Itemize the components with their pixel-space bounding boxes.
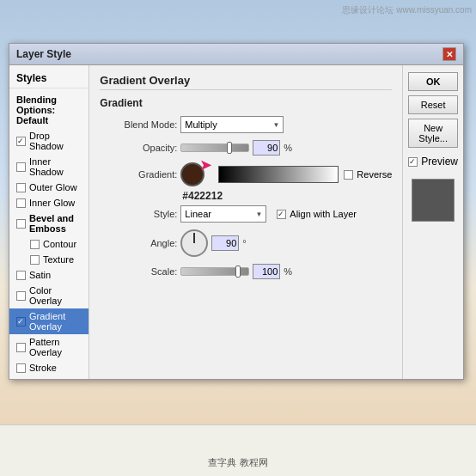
outer-glow-checkbox[interactable] [16,183,26,192]
contour-label: Contour [43,239,76,249]
sidebar-item-blending-options[interactable]: Blending Options: Default [9,92,88,128]
gradient-label: Gradient: [100,169,177,180]
ok-button[interactable]: OK [408,72,458,91]
texture-label: Texture [43,254,74,265]
opacity-input[interactable]: 90 [253,140,280,156]
scale-slider-track[interactable] [180,267,249,276]
gradient-overlay-label: Gradient Overlay [29,311,82,332]
reset-button[interactable]: Reset [408,95,458,114]
reverse-label: Reverse [357,169,392,180]
blend-mode-row: Blend Mode: Multiply ▼ [100,116,392,133]
align-layer-label: Align with Layer [290,209,357,219]
preview-row: Preview [408,156,458,168]
outer-glow-label: Outer Glow [29,182,77,192]
blend-mode-arrow-icon: ▼ [272,121,279,129]
angle-line [193,233,195,243]
sidebar-item-color-overlay[interactable]: Color Overlay [9,283,88,308]
scale-slider-thumb[interactable] [235,265,241,278]
style-arrow-icon: ▼ [255,211,262,218]
color-hex-row: #422212 [182,190,392,202]
preview-box [412,179,455,222]
scale-input[interactable]: 100 [253,264,280,279]
style-label: Style: [100,209,177,219]
sidebar-item-stroke[interactable]: Stroke [9,360,88,375]
inner-shadow-label: Inner Shadow [29,156,82,177]
title-bar: Layer Style ✕ [9,44,463,65]
main-content: Gradient Overlay Gradient Blend Mode: Mu… [89,65,402,379]
opacity-slider-track[interactable] [180,143,249,152]
inner-glow-label: Inner Glow [29,198,75,208]
sidebar-item-inner-shadow[interactable]: Inner Shadow [9,154,88,180]
buttons-panel: OK Reset New Style... Preview [402,65,463,379]
color-annotation: ➤ [180,162,204,186]
gradient-overlay-checkbox[interactable] [16,317,26,326]
angle-input[interactable]: 90 [211,235,239,251]
styles-header: Styles [9,69,88,88]
inner-shadow-checkbox[interactable] [16,162,26,172]
bottom-bar: 查字典 教程网 [0,424,476,476]
scale-row: Scale: 100 % [100,264,392,279]
preview-checkbox[interactable] [408,157,418,167]
sidebar-item-texture[interactable]: Texture [9,252,88,267]
watermark: 思缘设计论坛 www.missyuan.com [342,4,472,16]
satin-label: Satin [29,270,51,280]
drop-shadow-label: Drop Shadow [29,131,82,151]
scale-unit: % [284,266,292,277]
blend-mode-label: Blend Mode: [100,119,177,130]
angle-unit: ° [242,238,246,248]
new-style-button[interactable]: New Style... [408,119,458,148]
opacity-slider-container [180,143,249,152]
preview-label: Preview [421,156,458,168]
contour-checkbox[interactable] [30,240,40,249]
styles-panel: Styles Blending Options: Default Drop Sh… [9,65,89,379]
sidebar-item-gradient-overlay[interactable]: Gradient Overlay [9,308,88,334]
reverse-checkbox-group[interactable]: Reverse [344,169,392,180]
gradient-bar[interactable] [218,166,339,183]
arrow-icon: ➤ [199,156,212,174]
color-overlay-label: Color Overlay [29,285,82,306]
close-button[interactable]: ✕ [442,47,456,61]
sidebar-item-drop-shadow[interactable]: Drop Shadow [9,128,88,154]
sidebar-item-pattern-overlay[interactable]: Pattern Overlay [9,334,88,360]
angle-label: Angle: [100,238,177,248]
bottom-text: 查字典 教程网 [208,456,267,469]
blend-mode-select[interactable]: Multiply ▼ [180,116,284,133]
opacity-label: Opacity: [100,143,177,153]
opacity-unit: % [284,143,292,153]
stroke-checkbox[interactable] [16,363,26,373]
sidebar-item-bevel-emboss[interactable]: Bevel and Emboss [9,211,88,236]
inner-glow-checkbox[interactable] [16,198,26,208]
gradient-control-group: ➤ Reverse [180,162,392,186]
bevel-emboss-label: Bevel and Emboss [29,213,82,234]
sidebar-item-inner-glow[interactable]: Inner Glow [9,195,88,211]
dialog-body: Styles Blending Options: Default Drop Sh… [9,65,463,379]
bevel-emboss-checkbox[interactable] [16,219,26,229]
texture-checkbox[interactable] [30,255,40,265]
color-overlay-checkbox[interactable] [16,291,26,301]
drop-shadow-checkbox[interactable] [16,137,26,146]
opacity-row: Opacity: 90 % [100,140,392,156]
style-row: Style: Linear ▼ Align with Layer [100,205,392,223]
angle-row: Angle: 90 ° [100,229,392,257]
color-hex-label: #422212 [182,190,223,202]
section-title: Gradient Overlay [100,74,392,90]
satin-checkbox[interactable] [16,271,26,280]
angle-dial[interactable] [180,229,208,257]
pattern-overlay-label: Pattern Overlay [29,337,82,357]
stroke-label: Stroke [29,363,57,373]
reverse-checkbox[interactable] [344,170,353,180]
sidebar-item-satin[interactable]: Satin [9,267,88,283]
opacity-slider-thumb[interactable] [227,142,232,154]
align-layer-group[interactable]: Align with Layer [277,209,357,219]
pattern-overlay-checkbox[interactable] [16,343,26,352]
layer-style-dialog: Layer Style ✕ Styles Blending Options: D… [9,43,464,380]
style-value: Linear [185,209,211,219]
sidebar-item-contour[interactable]: Contour [9,236,88,252]
scale-label: Scale: [100,266,177,277]
gradient-bar-container [218,166,339,183]
align-layer-checkbox[interactable] [277,210,286,219]
style-select[interactable]: Linear ▼ [180,205,266,223]
blending-options-label: Blending Options: Default [16,95,82,125]
sidebar-item-outer-glow[interactable]: Outer Glow [9,180,88,195]
scale-slider-container [180,267,249,276]
